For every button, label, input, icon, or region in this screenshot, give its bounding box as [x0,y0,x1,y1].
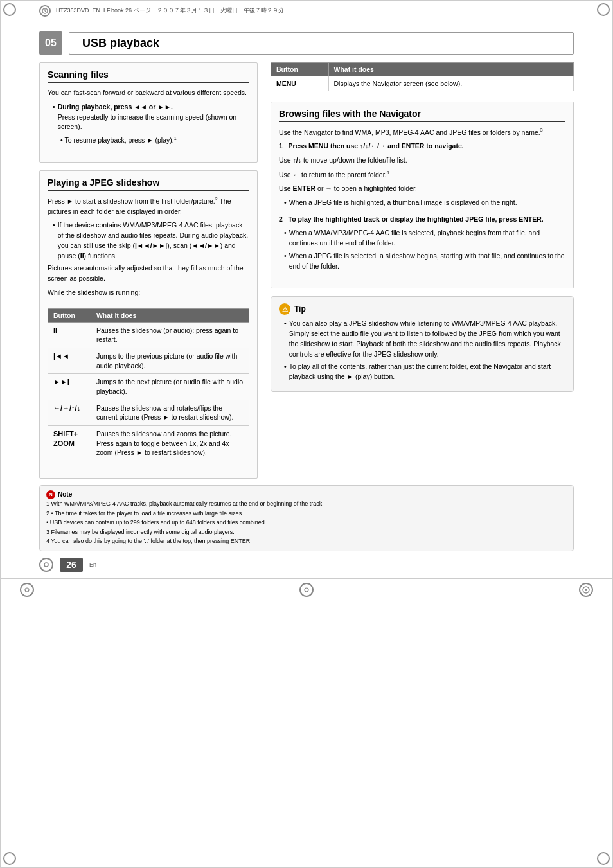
scanning-bullet1-detail: Press repeatedly to increase the scannin… [58,113,239,131]
tip-icon: ⚠ [279,303,290,315]
bottom-circle-center [299,583,314,597]
step1-detail2: Use ← to return to the parent folder.4 [279,170,565,180]
slideshow-table-row: IIPauses the slideshow (or audio); press… [48,322,249,348]
note-section: N Note 1 With WMA/MP3/MPEG-4 AAC tracks,… [39,485,574,551]
scanning-bullet1-label: During playback, press ◄◄ or ►►. [58,103,173,111]
scanning-subbullet-text: To resume playback, press ► (play).1 [64,136,176,144]
top-bar-text: HTZ363DVD_EN_LF.book 26 ページ ２００７年３月１３日 火… [56,6,284,15]
menu-table-header-does: What it does [328,63,573,76]
slideshow-button-2: ►►| [48,374,91,400]
slideshow-table-row: SHIFT+ ZOOMPauses the slideshow and zoom… [48,426,249,461]
top-bar: HTZ363DVD_EN_LF.book 26 ページ ２００７年３月１３日 火… [1,1,612,21]
playing-jpeg-while: While the slideshow is running: [48,288,249,298]
step1-bullet-text: When a JPEG file is highlighted, a thumb… [289,198,517,208]
slideshow-desc-4: Pauses the slideshow and zooms the pictu… [91,426,249,461]
scanning-sup: 1 [174,136,177,140]
step1-detail1: Use ↑/↓ to move up/down the folder/file … [279,155,565,166]
scanning-bullet1-text: During playback, press ◄◄ or ►►. Press r… [58,102,249,132]
left-column: Scanning files You can fast-scan forward… [39,62,258,479]
tip-bullet2: To play all of the contents, rather than… [279,362,565,382]
corner-decoration-tr [597,3,610,16]
note-item-4: 4 You can also do this by going to the '… [46,537,567,546]
slideshow-table-row: ►►|Jumps to the next picture (or audio f… [48,374,249,400]
playing-jpeg-title: Playing a JPEG slideshow [48,177,249,191]
slideshow-table-header-button: Button [48,308,91,322]
bottom-left-icons [20,583,34,597]
playing-jpeg-content: Press ► to start a slideshow from the fi… [48,196,249,297]
playing-jpeg-sup: 2 [215,197,218,201]
scanning-files-title: Scanning files [48,69,249,83]
bottom-circle-right [579,583,593,597]
tip-title: ⚠ Tip [279,303,565,315]
page: HTZ363DVD_EN_LF.book 26 ページ ２００７年３月１３日 火… [0,0,613,868]
browsing-files-content: Use the Navigator to find WMA, MP3, MPEG… [279,127,565,271]
tip-bullet2-text: To play all of the contents, rather than… [289,362,565,382]
slideshow-button-3: ←/→/↑/↓ [48,400,91,425]
step2-bullet2-text: When a JPEG file is selected, a slidesho… [289,251,565,272]
step2-bullet2: When a JPEG file is selected, a slidesho… [279,251,565,272]
slideshow-desc-1: Jumps to the previous picture (or audio … [91,348,249,373]
note-title: N Note [46,490,567,499]
note-items: 1 With WMA/MP3/MPEG-4 AAC tracks, playba… [46,500,567,546]
corner-decoration-br [597,852,610,865]
slideshow-button-1: |◄◄ [48,348,91,373]
step1-detail3: Use ENTER or → to open a highlighted fol… [279,184,565,194]
page-lang: En [89,562,96,568]
menu-table-header-button: Button [271,63,329,76]
svg-point-5 [305,588,308,592]
playing-jpeg-intro: Press ► to start a slideshow from the fi… [48,196,249,217]
note-item-3: 3 Filenames may be displayed incorrectly… [46,528,567,537]
bottom-right-icons [579,583,593,597]
browsing-files-section: Browsing files with the Navigator Use th… [271,102,574,288]
playing-jpeg-desc: Pictures are automatically adjusted so t… [48,263,249,284]
chapter-number: 05 [39,31,62,55]
nav-circle-left [39,558,53,572]
page-number: 26 [60,558,83,572]
tip-content: You can also play a JPEG slideshow while… [279,319,565,382]
playing-jpeg-bullet1-text: If the device contains WMA/MP3/MPEG-4 AA… [58,220,249,261]
note-item-2: • USB devices can contain up to 299 fold… [46,518,567,527]
scanning-bullet1: During playback, press ◄◄ or ►►. Press r… [48,102,249,132]
note-label: Note [58,490,72,499]
step2-bullet1-text: When a WMA/MP3/MPEG-4 AAC file is select… [289,228,565,249]
menu-button-label: MENU [271,76,329,91]
chapter-title: USB playback [69,32,574,55]
playing-jpeg-section: Playing a JPEG slideshow Press ► to star… [39,170,258,479]
chapter-header: 05 USB playback [39,31,574,55]
slideshow-desc-2: Jumps to the next picture (or audio file… [91,374,249,400]
note-icon: N [46,490,55,499]
note-item-0: 1 With WMA/MP3/MPEG-4 AAC tracks, playba… [46,500,567,509]
browsing-intro: Use the Navigator to find WMA, MP3, MPEG… [279,127,565,137]
tip-bullet1-text: You can also play a JPEG slideshow while… [289,319,565,359]
svg-line-2 [45,11,46,12]
svg-point-7 [585,589,587,591]
tip-bullet1: You can also play a JPEG slideshow while… [279,319,565,359]
page-number-area: 26 En [39,558,574,572]
slideshow-button-0: II [48,322,91,348]
step2-bullet1: When a WMA/MP3/MPEG-4 AAC file is select… [279,228,565,249]
tip-section: ⚠ Tip You can also play a JPEG slideshow… [271,296,574,392]
step1-label: 1 Press MENU then use ↑/↓/←/→ and ENTER … [279,141,565,152]
scanning-intro: You can fast-scan forward or backward at… [48,88,249,98]
scanning-subbullet: To resume playback, press ► (play).1 [48,135,249,145]
corner-decoration-tl [3,3,16,16]
menu-table: Button What it does MENU Displays the Na… [271,62,574,91]
slideshow-table-row: |◄◄Jumps to the previous picture (or aud… [48,348,249,373]
slideshow-desc-0: Pauses the slideshow (or audio); press a… [91,322,249,348]
bottom-bar [1,578,612,601]
menu-button-desc: Displays the Navigator screen (see below… [328,76,573,91]
corner-decoration-bl [3,852,16,865]
slideshow-table: Button What it does IIPauses the slidesh… [48,308,249,462]
slideshow-desc-3: Pauses the slideshow and rotates/flips t… [91,400,249,425]
scanning-files-content: You can fast-scan forward or backward at… [48,88,249,145]
menu-table-row: MENU Displays the Navigator screen (see … [271,76,574,91]
right-column: Button What it does MENU Displays the Na… [271,62,574,479]
playing-jpeg-bullet1: If the device contains WMA/MP3/MPEG-4 AA… [48,220,249,261]
step2-label: 2 To play the highlighted track or displ… [279,215,565,225]
bottom-circle-1 [20,583,34,597]
slideshow-table-row: ←/→/↑/↓Pauses the slideshow and rotates/… [48,400,249,425]
step1-bullet: When a JPEG file is highlighted, a thumb… [279,198,565,208]
svg-point-3 [44,563,48,567]
scanning-files-section: Scanning files You can fast-scan forward… [39,62,258,163]
top-bar-icon [39,5,51,17]
